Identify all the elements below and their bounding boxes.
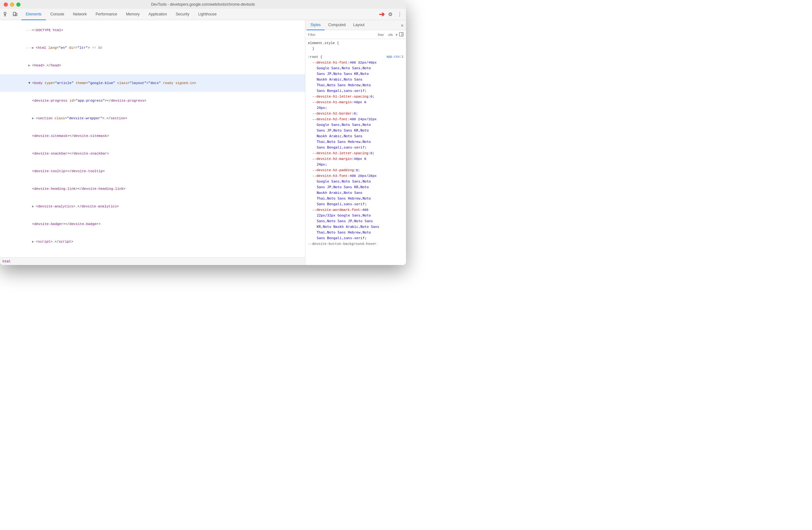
style-prop-h1-margin: --devsite-h1-margin: 48px 0 — [308, 99, 404, 105]
dom-line: <devsite-sitemask></devsite-sitemask> — [0, 127, 305, 145]
tab-styles[interactable]: Styles — [307, 20, 324, 30]
dom-line: <devsite-tooltip></devsite-tooltip> — [0, 163, 305, 180]
class-filter[interactable]: .cls — [386, 32, 394, 37]
element-style-close: } — [308, 46, 404, 52]
maximize-button[interactable] — [16, 2, 20, 6]
style-prop-h2-letter-spacing: --devsite-h2-letter-spacing: 0; — [308, 151, 404, 156]
tab-layout[interactable]: Layout — [349, 20, 368, 30]
tabbar-right-controls: ➔ ⚙ ⋮ — [379, 10, 404, 18]
style-rule-close: --devsite-button-background-hover… — [308, 241, 404, 247]
close-button[interactable] — [4, 2, 8, 6]
root-style-rule: :root { app.css:1 --devsite-h1-font: 400… — [308, 54, 404, 247]
style-prop-h1-font: --devsite-h1-font: 400 32px/40px — [308, 60, 404, 66]
tab-elements[interactable]: Elements — [21, 9, 46, 20]
style-val-h2-margin: 24px; — [308, 162, 404, 167]
dom-line: ···<!DOCTYPE html> — [0, 22, 305, 39]
dom-tree[interactable]: ···<!DOCTYPE html> ···▶<html lang="en" d… — [0, 20, 305, 257]
tabbar-icons — [2, 11, 19, 18]
svg-rect-6 — [400, 32, 403, 36]
style-prop-h3-font: --devsite-h3-font: 400 20px/28px — [308, 173, 404, 179]
settings-icon[interactable]: ⚙ — [387, 11, 394, 18]
tab-console[interactable]: Console — [46, 9, 69, 20]
element-style-selector: element.style { — [308, 40, 404, 46]
arrow-icon: ➔ — [379, 10, 385, 18]
style-val-h1-margin: 24px; — [308, 105, 404, 111]
filter-bar: :hov .cls + — [305, 30, 406, 39]
tab-application[interactable]: Application — [144, 9, 171, 20]
styles-more-icon[interactable]: » — [400, 23, 405, 28]
filter-input[interactable] — [308, 33, 375, 37]
dom-line: ▶<script>…</script> — [0, 233, 305, 251]
svg-rect-3 — [13, 12, 16, 16]
pseudo-class-filter[interactable]: :hov — [376, 32, 385, 37]
styles-panel: Styles Computed Layout » :hov .cls + — [305, 20, 406, 265]
dom-line: <devsite-heading-link></devsite-heading-… — [0, 180, 305, 198]
titlebar: DevTools - developers.google.com/web/too… — [0, 0, 406, 9]
style-prop-h2-font: --devsite-h2-font: 400 24px/32px — [308, 116, 404, 122]
minimize-button[interactable] — [10, 2, 14, 6]
tab-performance[interactable]: Performance — [91, 9, 122, 20]
dom-line: <devsite-progress id="app-progress"></de… — [0, 92, 305, 110]
styles-content[interactable]: element.style { } :root { app.css:1 --de… — [305, 39, 406, 265]
window-title: DevTools - developers.google.com/web/too… — [151, 2, 255, 6]
tab-network[interactable]: Network — [69, 9, 91, 20]
style-prop-h2-border: --devsite-h2-border: 0; — [308, 111, 404, 116]
main-content: ···<!DOCTYPE html> ···▶<html lang="en" d… — [0, 20, 406, 265]
svg-rect-4 — [16, 13, 17, 16]
style-val-h2-font: Google Sans,Noto Sans,NotoSans JP,Noto S… — [308, 122, 404, 151]
add-style-rule-icon[interactable]: + — [395, 32, 398, 37]
breadcrumb-bar: html — [0, 257, 305, 265]
dom-line: ···▶<html lang="en" dir="ltr"> == $0 — [0, 39, 305, 57]
element-style-rule: element.style { } — [308, 40, 404, 52]
dom-line: <devsite-snackbar></devsite-snackbar> — [0, 145, 305, 163]
style-prop-h2-padding: --devsite-h2-padding: 0; — [308, 167, 404, 173]
style-prop-h1-letter-spacing: --devsite-h1-letter-spacing: 0; — [308, 94, 404, 99]
dom-line: <div class="devsite-debug-info" configur… — [0, 251, 305, 257]
root-selector-line: :root { app.css:1 — [308, 54, 404, 60]
tab-security[interactable]: Security — [171, 9, 194, 20]
inspect-element-icon[interactable] — [2, 11, 10, 18]
breadcrumb-html[interactable]: html — [2, 259, 11, 263]
tab-memory[interactable]: Memory — [122, 9, 144, 20]
dom-line: <devsite-badger></devsite-badger> — [0, 215, 305, 233]
dom-line: ▶<head>…</head> — [0, 57, 305, 74]
styles-panel-tabs: Styles Computed Layout » — [305, 20, 406, 30]
style-prop-wordmark-font: --devsite-wordmark-font: 400 — [308, 207, 404, 213]
style-val-wordmark-font: 22px/32px Google Sans,NotoSans,Noto Sans… — [308, 213, 404, 241]
toggle-sidebar-icon[interactable] — [399, 32, 404, 37]
dom-line: ▼<body type="article" theme="google-blue… — [0, 74, 305, 92]
tab-computed[interactable]: Computed — [324, 20, 349, 30]
devtools-container: Elements Console Network Performance Mem… — [0, 9, 406, 265]
dom-line: ▶<devsite-analytics>…</devsite-analytics… — [0, 198, 305, 215]
style-val-h1-font: Google Sans,Noto Sans,NotoSans JP,Noto S… — [308, 66, 404, 94]
style-val-h3-font: Google Sans,Noto Sans,NotoSans JP,Noto S… — [308, 179, 404, 207]
tab-lighthouse[interactable]: Lighthouse — [194, 9, 221, 20]
device-toolbar-icon[interactable] — [11, 11, 19, 18]
style-prop-h2-margin: --devsite-h2-margin: 48px 0 — [308, 156, 404, 162]
tab-bar: Elements Console Network Performance Mem… — [0, 9, 406, 20]
svg-rect-0 — [4, 12, 6, 14]
traffic-lights — [4, 2, 20, 6]
dom-line: ▶<section class="devsite-wrapper">…</sec… — [0, 110, 305, 127]
more-options-icon[interactable]: ⋮ — [396, 11, 404, 18]
elements-panel: ···<!DOCTYPE html> ···▶<html lang="en" d… — [0, 20, 305, 265]
